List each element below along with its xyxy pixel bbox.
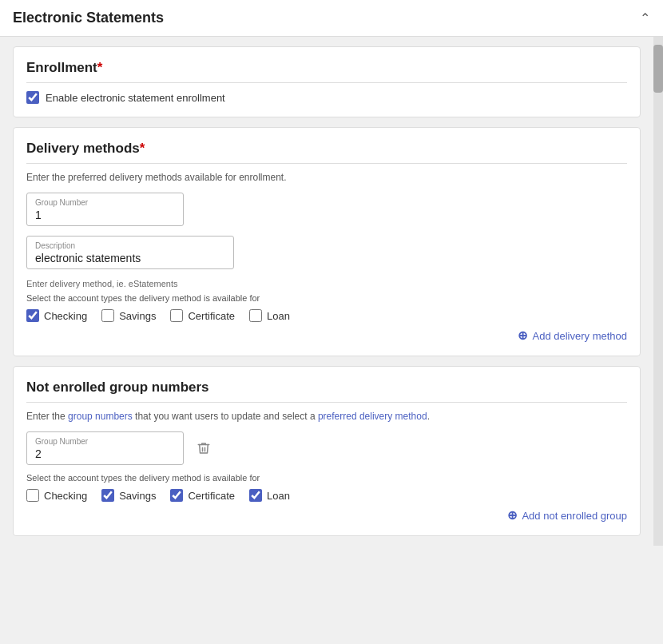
delivery-checkbox-group: Checking Savings Certificate Loan [26, 309, 627, 322]
add-not-enrolled-icon: ⊕ [507, 508, 518, 523]
not-enrolled-section: Not enrolled group numbers Enter the gro… [13, 366, 641, 536]
checking-checkbox-delivery[interactable] [26, 309, 39, 322]
savings-item-delivery: Savings [101, 309, 156, 322]
scrollbar-track [653, 37, 663, 546]
delivery-methods-subtitle: Enter the preferred delivery methods ava… [26, 172, 627, 183]
header-bar: Electronic Statements ⌃ [0, 0, 663, 37]
account-types-label-delivery: Select the account types the delivery me… [26, 293, 627, 303]
loan-item-delivery: Loan [249, 309, 290, 322]
certificate-checkbox-not-enrolled[interactable] [170, 489, 183, 502]
scrollbar-thumb[interactable] [653, 45, 663, 93]
enrollment-row: Enable electronic statement enrollment [26, 91, 627, 104]
page-title: Electronic Statements [13, 10, 164, 26]
savings-checkbox-not-enrolled[interactable] [101, 489, 114, 502]
delivery-methods-section: Delivery methods* Enter the preferred de… [13, 127, 641, 356]
certificate-item-delivery: Certificate [170, 309, 235, 322]
not-enrolled-checkbox-group: Checking Savings Certificate Loan [26, 489, 627, 502]
certificate-item-not-enrolled: Certificate [170, 489, 235, 502]
group-number-field-wrapper: Group Number [26, 193, 627, 226]
collapse-icon[interactable]: ⌃ [640, 10, 650, 26]
checking-label-not-enrolled: Checking [44, 490, 87, 502]
not-enrolled-description: Enter the group numbers that you want us… [26, 411, 627, 422]
savings-checkbox-delivery[interactable] [101, 309, 114, 322]
certificate-checkbox-delivery[interactable] [170, 309, 183, 322]
enrollment-checkbox-label: Enable electronic statement enrollment [46, 92, 225, 104]
certificate-label-not-enrolled: Certificate [188, 490, 235, 502]
enrollment-checkbox[interactable] [26, 91, 39, 104]
not-enrolled-group-input-wrapper[interactable]: Group Number [26, 431, 184, 465]
highlight-group: group numbers [68, 411, 133, 422]
loan-checkbox-not-enrolled[interactable] [249, 489, 262, 502]
highlight-delivery: preferred delivery method [318, 411, 427, 422]
add-delivery-link[interactable]: ⊕ Add delivery method [518, 328, 627, 343]
savings-label-delivery: Savings [119, 310, 156, 322]
content-area: Enrollment* Enable electronic statement … [0, 37, 663, 546]
checking-checkbox-not-enrolled[interactable] [26, 489, 39, 502]
add-not-enrolled-label: Add not enrolled group [522, 510, 627, 522]
main-content: Enrollment* Enable electronic statement … [0, 37, 653, 546]
add-not-enrolled-row: ⊕ Add not enrolled group [26, 502, 627, 523]
loan-item-not-enrolled: Loan [249, 489, 290, 502]
not-enrolled-title: Not enrolled group numbers [26, 380, 627, 403]
description-hint: Enter delivery method, ie. eStatements [26, 279, 627, 288]
not-enrolled-group-input[interactable] [35, 447, 175, 460]
group-number-input[interactable] [35, 209, 175, 221]
savings-item-not-enrolled: Savings [101, 489, 156, 502]
add-delivery-row: ⊕ Add delivery method [26, 322, 627, 343]
loan-label-not-enrolled: Loan [267, 490, 290, 502]
description-field-wrapper: Description [26, 236, 627, 269]
checking-label-delivery: Checking [44, 310, 87, 322]
description-input[interactable] [35, 252, 225, 264]
checking-item-delivery: Checking [26, 309, 87, 322]
add-not-enrolled-link[interactable]: ⊕ Add not enrolled group [507, 508, 627, 523]
add-delivery-icon: ⊕ [518, 328, 528, 343]
savings-label-not-enrolled: Savings [119, 490, 156, 502]
trash-icon [197, 441, 211, 455]
certificate-label-delivery: Certificate [188, 310, 235, 322]
description-label: Description [35, 241, 225, 250]
not-enrolled-group-label: Group Number [35, 437, 175, 446]
delivery-methods-title: Delivery methods* [26, 141, 627, 164]
add-delivery-label: Add delivery method [532, 330, 627, 342]
loan-label-delivery: Loan [267, 310, 290, 322]
checking-item-not-enrolled: Checking [26, 489, 87, 502]
enrollment-section: Enrollment* Enable electronic statement … [13, 46, 641, 117]
enrollment-title: Enrollment* [26, 60, 627, 83]
group-number-label: Group Number [35, 198, 175, 207]
description-input-wrapper[interactable]: Description [26, 236, 234, 269]
loan-checkbox-delivery[interactable] [249, 309, 262, 322]
page-wrapper: Electronic Statements ⌃ Enrollment* Enab… [0, 0, 663, 546]
group-number-input-wrapper[interactable]: Group Number [26, 193, 184, 226]
account-types-label-not-enrolled: Select the account types the delivery me… [26, 473, 627, 483]
not-enrolled-group-row: Group Number [26, 431, 627, 465]
delete-group-button[interactable] [193, 438, 214, 459]
